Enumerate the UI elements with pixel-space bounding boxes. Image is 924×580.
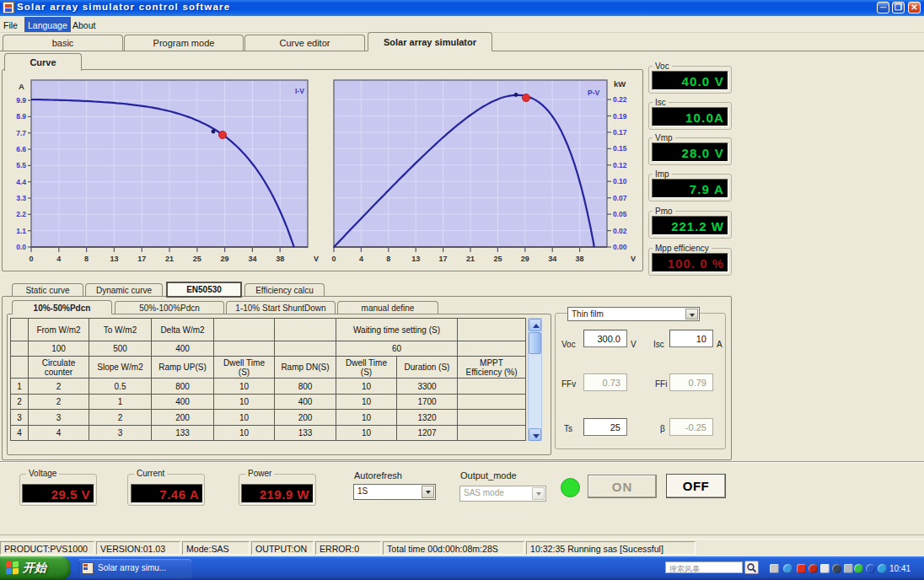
svg-text:6.6: 6.6 (16, 145, 26, 153)
svg-text:0.17: 0.17 (613, 128, 627, 137)
svg-text:1.1: 1.1 (16, 227, 26, 235)
svg-text:4: 4 (56, 255, 61, 263)
svg-text:0.05: 0.05 (613, 210, 627, 218)
svg-text:A: A (19, 82, 24, 91)
svg-text:25: 25 (193, 255, 201, 263)
svg-text:3.3: 3.3 (16, 194, 26, 202)
svg-text:0.0: 0.0 (16, 243, 26, 251)
svg-text:29: 29 (521, 255, 529, 263)
svg-text:V: V (631, 255, 636, 263)
svg-text:0.19: 0.19 (613, 112, 627, 121)
svg-text:kW: kW (614, 79, 626, 89)
svg-text:38: 38 (276, 255, 284, 263)
svg-text:21: 21 (165, 255, 174, 263)
svg-text:34: 34 (548, 255, 556, 263)
svg-text:21: 21 (466, 255, 475, 263)
svg-text:29: 29 (221, 255, 229, 263)
svg-text:4.4: 4.4 (16, 178, 26, 186)
svg-text:2.2: 2.2 (16, 210, 26, 218)
svg-text:8.9: 8.9 (16, 112, 26, 121)
svg-text:I-V: I-V (295, 87, 304, 95)
svg-text:P-V: P-V (588, 89, 600, 97)
svg-text:0.02: 0.02 (613, 227, 627, 235)
svg-text:17: 17 (439, 255, 448, 263)
svg-text:0.15: 0.15 (613, 144, 627, 153)
svg-text:0.12: 0.12 (613, 161, 627, 169)
svg-text:0.00: 0.00 (613, 243, 627, 251)
svg-text:34: 34 (248, 255, 256, 263)
svg-text:17: 17 (137, 255, 146, 263)
svg-text:25: 25 (493, 255, 502, 263)
svg-text:0.10: 0.10 (613, 177, 627, 185)
svg-text:0: 0 (331, 255, 336, 263)
svg-text:V: V (314, 255, 319, 263)
svg-text:0.07: 0.07 (613, 194, 627, 202)
svg-text:5.5: 5.5 (16, 161, 26, 169)
svg-text:4: 4 (359, 255, 363, 263)
svg-text:8: 8 (386, 255, 390, 263)
svg-text:8: 8 (84, 255, 89, 263)
svg-text:0.22: 0.22 (613, 95, 627, 104)
svg-text:9.9: 9.9 (16, 96, 26, 105)
svg-text:13: 13 (411, 255, 420, 263)
svg-text:38: 38 (576, 255, 584, 263)
svg-text:13: 13 (110, 255, 118, 263)
svg-text:7.7: 7.7 (16, 129, 26, 137)
svg-text:0: 0 (29, 255, 33, 263)
